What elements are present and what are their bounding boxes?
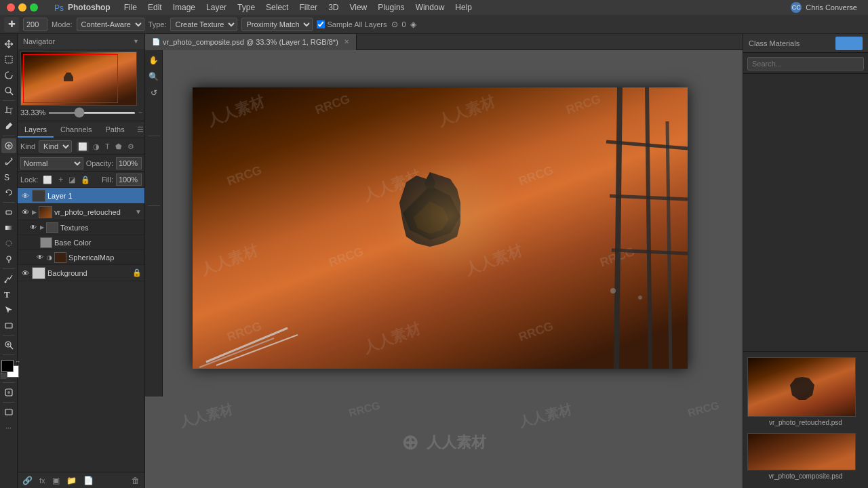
quick-mask-btn-small[interactable]: ⬜	[146, 433, 161, 448]
layer-eye-sphericalmap[interactable]: 👁	[35, 253, 45, 261]
zoom-out-icon[interactable]: −	[138, 109, 142, 117]
tab-close-icon[interactable]: ✕	[344, 38, 349, 45]
marquee-tool[interactable]	[1, 52, 16, 67]
heal-tool[interactable]	[1, 138, 16, 153]
path-select-tool[interactable]	[1, 302, 16, 317]
new-layer-btn[interactable]: 📄	[81, 474, 96, 487]
menu-layer[interactable]: Layer	[201, 1, 232, 14]
tab-paths[interactable]: Paths	[99, 123, 132, 138]
gradient-tool[interactable]	[1, 220, 16, 235]
canvas-nav-move[interactable]: ✋	[146, 53, 161, 68]
canvas-nav-extra6[interactable]	[146, 225, 161, 240]
menu-select[interactable]: Select	[260, 1, 294, 14]
layer-item-basecolor[interactable]: Base Color	[18, 235, 144, 250]
layer-eye-background[interactable]: 👁	[20, 269, 30, 277]
history-brush-tool[interactable]	[1, 185, 16, 200]
lock-all-icon[interactable]: 🔒	[79, 175, 92, 185]
tab-channels[interactable]: Channels	[54, 123, 98, 138]
file-item-composite[interactable]: vr_photo_composite.psd	[747, 433, 864, 480]
eraser-tool[interactable]	[1, 205, 16, 220]
clone-stamp-tool[interactable]: S	[1, 169, 16, 184]
toolbar-fg-bg-small[interactable]	[145, 414, 163, 432]
zoom-tool[interactable]	[1, 338, 16, 352]
sample-all-layers-check[interactable]: Sample All Layers	[317, 20, 387, 28]
brush-size-input[interactable]	[23, 18, 47, 31]
canvas-nav-flip[interactable]	[146, 118, 161, 133]
canvas-nav-extra1[interactable]	[146, 139, 161, 154]
brush-tool[interactable]	[1, 154, 16, 169]
lasso-tool[interactable]	[1, 68, 16, 83]
canvas-nav-extra3[interactable]	[146, 171, 161, 186]
canvas-nav-extra2[interactable]	[146, 155, 161, 170]
layer-eye-vr-group[interactable]: 👁	[20, 208, 30, 216]
proximity-select[interactable]: Proximity Match	[241, 18, 313, 31]
canvas-nav-extra4[interactable]	[146, 188, 161, 203]
delete-layer-btn[interactable]: 🗑	[130, 474, 142, 487]
crop-tool[interactable]	[1, 103, 16, 118]
link-layers-btn[interactable]: 🔗	[20, 474, 35, 487]
pen-tool[interactable]	[1, 271, 16, 286]
menu-window[interactable]: Window	[410, 1, 450, 14]
fill-input[interactable]	[116, 174, 142, 186]
new-group-btn[interactable]: 📁	[64, 474, 79, 487]
move-tool[interactable]	[1, 37, 16, 52]
window-control-green[interactable]	[30, 3, 38, 12]
menu-view[interactable]: View	[344, 1, 372, 14]
canvas-nav-rotate[interactable]: ↺	[146, 85, 161, 100]
tab-layers[interactable]: Layers	[18, 123, 54, 138]
screen-mode-small[interactable]: ▭	[146, 451, 161, 466]
type-select[interactable]: Create Texture	[170, 18, 237, 31]
navigator-panel-header[interactable]: Navigator ▼	[18, 34, 144, 49]
class-search-input[interactable]	[747, 57, 864, 70]
window-control-yellow[interactable]	[18, 3, 26, 12]
kind-pixel-icon[interactable]: ⬜	[77, 142, 89, 152]
layer-item-layer1[interactable]: 👁 Layer 1	[18, 188, 144, 204]
add-mask-btn[interactable]: ▣	[50, 474, 62, 487]
menu-file[interactable]: File	[119, 1, 142, 14]
navigator-zoom-slider[interactable]	[48, 112, 136, 114]
layer-item-background[interactable]: 👁 Background 🔒	[18, 265, 144, 281]
kind-type-icon[interactable]: T	[104, 142, 111, 152]
menu-type[interactable]: Type	[232, 1, 260, 14]
swap-colors-icon[interactable]: ↔	[15, 359, 20, 365]
quick-select-tool[interactable]	[1, 83, 16, 98]
lock-position-icon[interactable]: +	[57, 174, 64, 185]
lock-artboard-icon[interactable]: ◪	[67, 175, 77, 185]
type-tool[interactable]: T	[1, 287, 16, 302]
menu-3d[interactable]: 3D	[323, 1, 344, 14]
foreground-swatch[interactable]	[1, 360, 14, 372]
layer-eye-layer1[interactable]: 👁	[20, 192, 30, 200]
menu-help[interactable]: Help	[450, 1, 477, 14]
opacity-input[interactable]	[116, 157, 142, 169]
window-control-red[interactable]	[7, 3, 15, 12]
canvas-tab[interactable]: 📄 vr_photo_composite.psd @ 33.3% (Layer …	[145, 34, 357, 50]
layer-item-textures[interactable]: 👁 ▶ Textures	[18, 220, 144, 235]
dodge-tool[interactable]	[1, 251, 16, 266]
kind-shape-icon[interactable]: ⬟	[114, 142, 123, 152]
canvas-nav-extra5[interactable]	[146, 209, 161, 224]
menu-plugins[interactable]: Plugins	[372, 1, 410, 14]
group-arrow-textures[interactable]: ▶	[40, 224, 44, 230]
group-arrow-vr[interactable]: ▶	[32, 209, 37, 216]
reset-colors-icon[interactable]: ⬛	[0, 373, 7, 379]
status-arrow[interactable]: ›	[296, 478, 298, 486]
mode-select[interactable]: Content-Aware	[77, 18, 144, 31]
extra-modes[interactable]: ···	[146, 468, 161, 483]
screen-mode-btn[interactable]	[1, 405, 16, 420]
menu-filter[interactable]: Filter	[294, 1, 323, 14]
layer-eye-textures[interactable]: 👁	[28, 224, 38, 231]
file-item-retouched[interactable]: vr_photo_retouched.psd	[747, 357, 864, 426]
canvas-nav-rotate2[interactable]	[146, 102, 161, 117]
menu-edit[interactable]: Edit	[142, 1, 167, 14]
kind-select[interactable]: Kind	[39, 140, 72, 152]
canvas-viewport[interactable]: 人人素材 RRCG 人人素材 RRCG RRCG 人人素材 RRCG 人人素材 …	[145, 50, 743, 488]
layer-fx-btn[interactable]: fx	[37, 475, 47, 486]
blur-tool[interactable]	[1, 236, 16, 251]
layer-item-sphericalmap[interactable]: 👁 ◑ SphericalMap	[18, 250, 144, 265]
kind-adj-icon[interactable]: ◑	[92, 142, 101, 152]
menu-image[interactable]: Image	[167, 1, 201, 14]
quick-mask-tool[interactable]	[1, 385, 16, 400]
kind-smart-icon[interactable]: ⚙	[126, 142, 136, 152]
layer-expand-vr[interactable]: ▼	[135, 208, 142, 216]
eyedropper-tool[interactable]	[1, 119, 16, 134]
